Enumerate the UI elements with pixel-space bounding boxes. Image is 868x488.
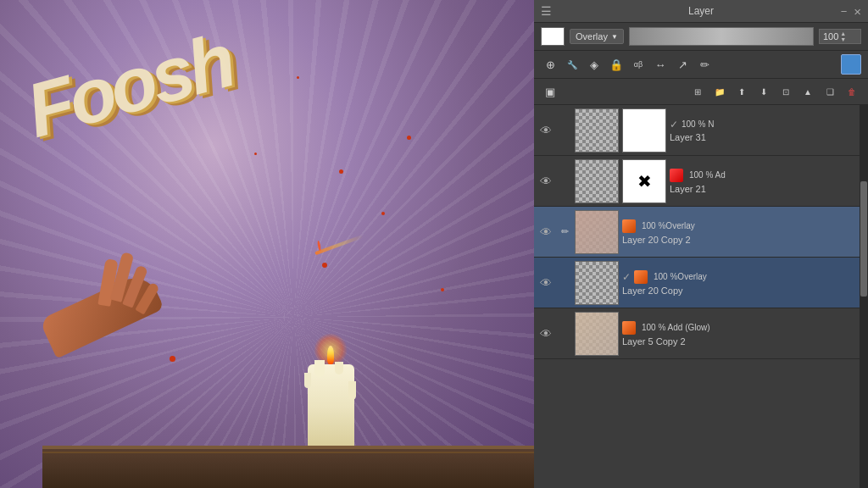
delete-layer-tool[interactable]: 🗑 xyxy=(843,82,861,101)
dropdown-arrow-icon: ▼ xyxy=(611,33,618,41)
paint-color-icon xyxy=(622,219,636,233)
layer-list-container: 👁 ✓ 100 % N Layer 31 👁 ✖ xyxy=(534,105,868,488)
blend-mode-value: Overlay xyxy=(576,31,608,42)
layer-info: ✓ 100 % N Layer 31 xyxy=(670,119,865,142)
copy-layer-tool[interactable]: ❑ xyxy=(821,82,839,101)
layer-mode: 100 % N xyxy=(682,119,714,129)
layer-preview-box[interactable] xyxy=(541,27,565,46)
layer-visibility-toggle[interactable]: 👁 xyxy=(537,325,554,342)
layer-lock-indicator xyxy=(558,276,571,290)
layer-item[interactable]: 👁 ✏ 100 %Overlay Layer 20 Copy 2 xyxy=(534,207,868,258)
paint-color-icon-3 xyxy=(622,321,636,335)
layer-panel: ☰ Layer − × Overlay ▼ 100 ▲ ▼ ⊕ 🔧 ◈ 🔒 αβ xyxy=(534,0,868,488)
wax-drip-4 xyxy=(348,381,356,400)
layer-thumbnail-1 xyxy=(575,108,619,152)
panel-header: ☰ Layer − × xyxy=(534,0,868,23)
new-group-tool[interactable]: ⊞ xyxy=(688,82,707,101)
canvas-area: Foosh xyxy=(0,0,534,488)
layer-visibility-toggle[interactable]: 👁 xyxy=(537,122,554,139)
layer-toolbar-1: ⊕ 🔧 ◈ 🔒 αβ ↔ ↗ ✏ xyxy=(534,51,868,79)
layer-panel-icon[interactable]: ▣ xyxy=(541,82,559,101)
candle-body xyxy=(308,364,354,449)
book xyxy=(42,446,534,488)
layer-badge: ✓ 100 %Overlay xyxy=(622,270,865,284)
scrollbar-thumb[interactable] xyxy=(860,181,867,297)
layer-item[interactable]: 👁 ✓ 100 %Overlay Layer 20 Copy xyxy=(534,258,868,308)
splatter xyxy=(339,169,343,174)
flatten-tool[interactable]: ⊡ xyxy=(776,82,795,101)
opacity-spinbox[interactable]: ▲ ▼ xyxy=(840,30,846,42)
splatter xyxy=(254,152,257,155)
layer-thumbnail-2 xyxy=(622,108,666,152)
layer-badge: 100 % Add (Glow) xyxy=(622,321,865,335)
layer-thumbnail-1 xyxy=(575,159,619,203)
layer-badge: 100 % Ad xyxy=(670,169,865,182)
layer-checkmark: ✓ xyxy=(670,119,678,130)
layer-visibility-toggle[interactable]: 👁 xyxy=(537,224,554,241)
layer-mode: 100 %Overlay xyxy=(642,221,695,230)
splatter xyxy=(322,263,327,268)
layer-arrow-tool[interactable]: ↗ xyxy=(673,55,692,74)
layer-lock-indicator xyxy=(558,124,571,137)
panel-header-controls: − × xyxy=(841,4,861,19)
layer-edit-indicator: ✏ xyxy=(558,225,571,239)
panel-title: Layer xyxy=(688,5,714,17)
layer-item[interactable]: 👁 100 % Add (Glow) Layer 5 Copy 2 xyxy=(534,308,868,359)
hand-area xyxy=(17,217,203,386)
layer-name: Layer 21 xyxy=(670,184,865,194)
layer-visibility-toggle[interactable]: 👁 xyxy=(537,274,554,291)
layer-checkmark: ✓ xyxy=(622,271,631,283)
layer-item[interactable]: 👁 ✓ 100 % N Layer 31 xyxy=(534,105,868,156)
panel-menu-icon[interactable]: ☰ xyxy=(541,4,552,18)
layer-info: 100 % Add (Glow) Layer 5 Copy 2 xyxy=(622,321,865,347)
opacity-slider[interactable] xyxy=(629,27,814,46)
import-tool[interactable]: 📁 xyxy=(710,82,729,101)
opacity-number: 100 xyxy=(823,31,838,42)
layer-badge: 100 %Overlay xyxy=(622,219,865,233)
layer-thumbnail-2: ✖ xyxy=(622,159,666,203)
layer-mode: 100 %Overlay xyxy=(654,272,707,281)
canvas-image: Foosh xyxy=(0,0,534,488)
layer-mode: 100 % Ad xyxy=(689,170,726,180)
layer-list-scrollbar[interactable] xyxy=(860,105,868,488)
layer-lock-indicator xyxy=(558,175,571,188)
layer-transform-tool[interactable]: ↔ xyxy=(651,55,670,74)
export-tool[interactable]: ⬆ xyxy=(732,82,751,101)
layer-color-tool[interactable] xyxy=(841,54,861,75)
layer-info: 100 % Ad Layer 21 xyxy=(670,169,865,194)
layer-item[interactable]: 👁 ✖ 100 % Ad Layer 21 xyxy=(534,156,868,207)
splatter xyxy=(441,288,444,291)
splatter xyxy=(407,136,411,140)
layer-filter-tool[interactable]: 🔧 xyxy=(563,55,581,74)
layer-thumbnail-1 xyxy=(575,210,619,254)
layer-lock-indicator xyxy=(558,327,571,341)
layer-lock-tool[interactable]: 🔒 xyxy=(607,55,626,74)
layer-edit-tool[interactable]: ✏ xyxy=(695,55,714,74)
layer-name: Layer 31 xyxy=(670,132,865,142)
layer-toolbar-2: ▣ ⊞ 📁 ⬆ ⬇ ⊡ ▲ ❑ 🗑 xyxy=(534,79,868,105)
layer-name: Layer 5 Copy 2 xyxy=(622,336,865,347)
blend-mode-dropdown[interactable]: Overlay ▼ xyxy=(570,29,624,44)
layer-alpha-tool[interactable]: αβ xyxy=(629,55,648,74)
layer-visibility-toggle[interactable]: 👁 xyxy=(537,173,554,190)
wax-drip-1 xyxy=(314,360,325,377)
splatter xyxy=(297,76,299,79)
panel-close-btn[interactable]: × xyxy=(854,4,861,19)
book-line-2 xyxy=(42,452,534,453)
layer-name: Layer 20 Copy 2 xyxy=(622,235,865,245)
opacity-input[interactable]: 100 ▲ ▼ xyxy=(819,29,861,44)
wax-drip-2 xyxy=(335,362,343,374)
merge-down-tool[interactable]: ⬇ xyxy=(754,82,773,101)
layer-copy-tool[interactable]: ⊕ xyxy=(541,55,559,74)
paint-color-icon-2 xyxy=(634,270,648,284)
layer-name: Layer 20 Copy xyxy=(622,286,865,296)
layer-info: 100 %Overlay Layer 20 Copy 2 xyxy=(622,219,865,245)
layer-thumbnail-1 xyxy=(575,312,619,356)
book-line xyxy=(42,446,534,449)
layer-list: 👁 ✓ 100 % N Layer 31 👁 ✖ xyxy=(534,105,868,488)
splatter xyxy=(381,212,385,215)
move-up-tool[interactable]: ▲ xyxy=(798,82,817,101)
panel-minimize-btn[interactable]: − xyxy=(841,5,848,18)
layer-mask-tool[interactable]: ◈ xyxy=(585,55,604,74)
paint-x-icon xyxy=(670,169,683,182)
